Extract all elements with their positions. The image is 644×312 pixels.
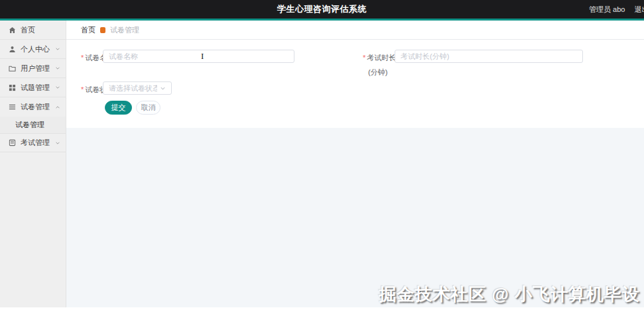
sidebar-item-home[interactable]: 首页 — [0, 21, 66, 40]
sidebar-item-question-management[interactable]: 试题管理 — [0, 78, 66, 97]
chevron-down-icon — [55, 85, 60, 90]
chevron-down-icon — [55, 66, 60, 71]
user-icon — [9, 46, 16, 53]
header-user-area: 管理员 abo 退出登录 — [589, 0, 644, 19]
current-user-label: 管理员 abo — [589, 5, 625, 15]
top-header: 学生心理咨询评估系统 管理员 abo 退出登录 — [0, 0, 644, 19]
main-content: 首页 试卷管理 *试卷名称 I *考试时长 (分钟) *试 — [66, 21, 644, 307]
sidebar-item-label: 首页 — [21, 25, 60, 35]
chevron-down-icon — [55, 46, 60, 52]
required-mark: * — [81, 54, 84, 62]
sidebar-subitem-paper-management[interactable]: 试卷管理 — [0, 117, 66, 133]
sidebar-item-paper-management[interactable]: 试卷管理 — [0, 97, 66, 117]
chevron-down-icon — [55, 140, 60, 146]
sidebar-item-label: 试题管理 — [21, 83, 55, 93]
sidebar-item-personal-center[interactable]: 个人中心 — [0, 40, 66, 59]
home-icon — [9, 26, 16, 34]
breadcrumb-home-link[interactable]: 首页 — [81, 25, 96, 35]
exam-duration-label-suffix: (分钟) — [368, 68, 387, 78]
folder-icon — [9, 65, 16, 72]
cancel-button[interactable]: 取消 — [136, 101, 161, 115]
sidebar-item-label: 考试管理 — [21, 138, 55, 148]
sidebar-nav: 首页 个人中心 用户管理 试题管理 试卷管理 — [0, 21, 66, 307]
chevron-down-icon — [160, 85, 166, 91]
breadcrumb-flame-icon — [100, 27, 105, 33]
sidebar-item-label: 试卷管理 — [21, 102, 55, 112]
required-mark: * — [363, 54, 365, 62]
submit-button[interactable]: 提交 — [105, 101, 132, 115]
paper-name-input[interactable] — [103, 50, 294, 63]
watermark-text: 掘金技术社区 @ 小飞计算机毕设 — [379, 283, 640, 306]
sidebar-subitem-label: 试卷管理 — [15, 120, 44, 130]
list-icon — [9, 103, 16, 111]
footer-strip — [0, 307, 644, 312]
exam-duration-input[interactable] — [395, 50, 583, 63]
sidebar-item-label: 个人中心 — [21, 44, 55, 54]
breadcrumb: 首页 试卷管理 — [66, 21, 644, 40]
exam-duration-label: *考试时长 — [363, 53, 396, 63]
sidebar-item-label: 用户管理 — [21, 64, 55, 74]
logout-link[interactable]: 退出登录 — [634, 5, 644, 15]
paper-status-select[interactable]: 请选择试卷状态 — [103, 81, 172, 95]
sidebar-item-user-management[interactable]: 用户管理 — [0, 59, 66, 78]
content-empty-area: 掘金技术社区 @ 小飞计算机毕设 — [66, 128, 644, 307]
document-icon — [9, 139, 16, 146]
grid-icon — [9, 84, 16, 91]
paper-form: *试卷名称 I *考试时长 (分钟) *试卷状态 请选择试卷状态 — [66, 40, 644, 128]
breadcrumb-current: 试卷管理 — [110, 25, 139, 35]
chevron-up-icon — [55, 105, 60, 110]
app-window: 学生心理咨询评估系统 管理员 abo 退出登录 首页 个人中心 用户管理 — [0, 0, 644, 312]
sidebar-item-exam-management[interactable]: 考试管理 — [0, 133, 66, 152]
select-placeholder: 请选择试卷状态 — [109, 83, 157, 93]
required-mark: * — [81, 85, 84, 93]
app-title: 学生心理咨询评估系统 — [277, 3, 367, 15]
